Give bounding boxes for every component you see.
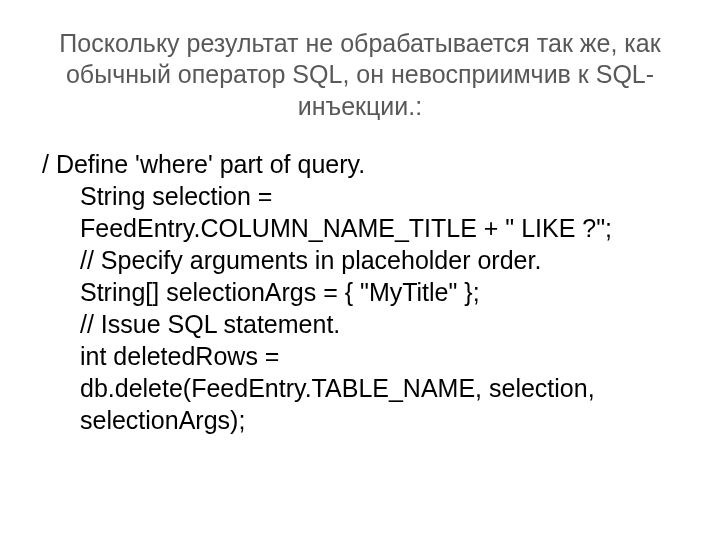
code-line: // Issue SQL statement. bbox=[42, 308, 678, 340]
code-line: String selection = bbox=[42, 180, 678, 212]
code-line: // Specify arguments in placeholder orde… bbox=[42, 244, 678, 276]
code-line: int deletedRows = bbox=[42, 340, 678, 372]
slide-heading: Поскольку результат не обрабатывается та… bbox=[42, 28, 678, 122]
code-block: / Define 'where' part of query. String s… bbox=[42, 148, 678, 436]
code-line: String[] selectionArgs = { "MyTitle" }; bbox=[42, 276, 678, 308]
code-line: FeedEntry.COLUMN_NAME_TITLE + " LIKE ?"; bbox=[42, 212, 678, 244]
code-line: db.delete(FeedEntry.TABLE_NAME, selectio… bbox=[42, 372, 678, 404]
code-line: selectionArgs); bbox=[42, 404, 678, 436]
code-line: / Define 'where' part of query. bbox=[42, 148, 678, 180]
